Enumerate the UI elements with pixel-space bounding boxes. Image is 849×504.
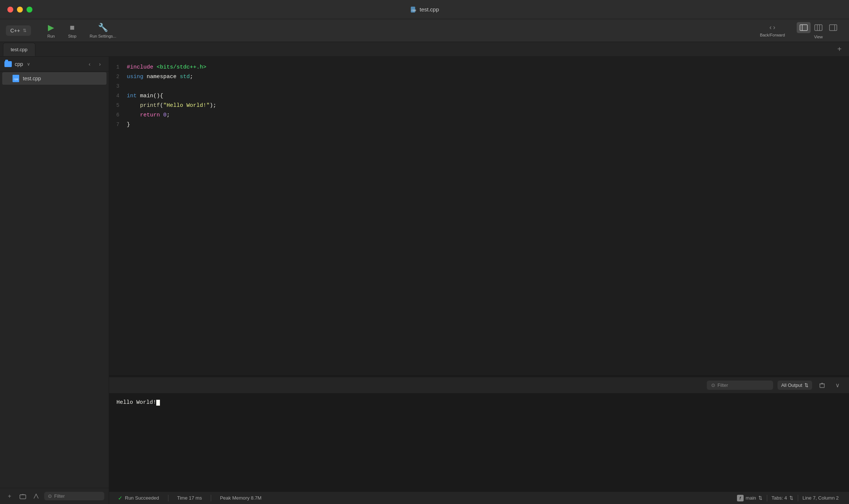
minimize-button[interactable] (17, 7, 23, 13)
run-status-item: ✓ Run Succeeded (115, 495, 162, 501)
traffic-lights (7, 7, 32, 13)
code-content-2: using namespace std; (127, 73, 849, 81)
toolbar-left: C++ ⇅ ▶ Run ■ Stop 🔧 Run Settings... (6, 21, 122, 41)
svg-rect-11 (20, 495, 26, 499)
run-icon: ▶ (48, 23, 54, 32)
code-line-1: 1 #include <bits/stdc++.h> (109, 63, 849, 72)
output-toolbar: ⊙ Filter All Output ⇅ ∨ (109, 377, 849, 393)
line-num-2: 2 (109, 73, 127, 81)
sidebar-expand-button[interactable]: › (95, 60, 104, 69)
settings-icon: 🔧 (98, 23, 108, 32)
memory-label: Peak Memory 8.7M (220, 495, 262, 501)
view-left-panel-button[interactable] (797, 22, 811, 33)
run-success-icon: ✓ (118, 495, 123, 501)
sidebar-header: cpp ∨ ‹ › (0, 57, 109, 71)
close-button[interactable] (7, 7, 13, 13)
add-tab-icon: + (837, 45, 842, 53)
sidebar-bottom: + ⊙ Filter (0, 488, 109, 504)
status-left: ✓ Run Succeeded Time 17 ms Peak Memory 8… (115, 495, 265, 501)
svg-text:cpp: cpp (14, 78, 18, 81)
folder-name: cpp (15, 61, 23, 67)
output-dropdown-chevron-icon: ⇅ (804, 382, 808, 388)
file-name: test.cpp (23, 76, 41, 81)
svg-rect-7 (829, 25, 837, 31)
output-cursor (156, 400, 160, 406)
code-line-3: 3 (109, 82, 849, 91)
line-num-5: 5 (109, 101, 127, 110)
status-right: f main ⇅ Tabs: 4 ⇅ Line 7, Column 2 (733, 495, 843, 501)
tabs-item[interactable]: Tabs: 4 ⇅ (767, 495, 798, 501)
output-text: Hello World! (116, 399, 156, 406)
svg-rect-4 (815, 25, 822, 31)
output-panel: ⊙ Filter All Output ⇅ ∨ (109, 377, 849, 491)
editor-container: 1 #include <bits/stdc++.h> 2 using names… (109, 57, 849, 504)
filter-icon: ⊙ (711, 382, 715, 388)
code-content-3 (127, 82, 849, 91)
memory-item: Peak Memory 8.7M (217, 495, 265, 501)
view-right-panel-button[interactable] (826, 22, 840, 33)
window-title-area: cpp test.cpp (410, 6, 439, 13)
add-file-button[interactable]: + (4, 491, 15, 501)
stop-label: Stop (68, 34, 77, 38)
filter-label: Filter (717, 382, 728, 388)
back-forward-label: Back/Forward (760, 33, 785, 37)
filter-label: Filter (54, 493, 65, 499)
clear-output-button[interactable] (817, 380, 828, 391)
main-area: cpp ∨ ‹ › cpp test.cpp + (0, 57, 849, 504)
tab-test-cpp[interactable]: test.cpp (3, 43, 35, 56)
language-label: C++ (10, 28, 20, 34)
expand-icon: ∨ (835, 382, 840, 389)
run-settings-button[interactable]: 🔧 Run Settings... (84, 21, 122, 41)
language-selector[interactable]: C++ ⇅ (6, 25, 31, 36)
code-content-6: return 0; (127, 111, 849, 120)
output-expand-button[interactable]: ∨ (832, 380, 843, 391)
output-dropdown[interactable]: All Output ⇅ (778, 381, 812, 390)
code-line-5: 5 printf("Hello World!"); (109, 101, 849, 111)
folder-icon (4, 61, 12, 67)
stop-button[interactable]: ■ Stop (62, 21, 83, 41)
titlebar: cpp test.cpp (0, 0, 849, 19)
filter-icon: ⊙ (48, 493, 52, 499)
code-content-4: int main(){ (127, 92, 849, 101)
language-chevron-icon: ⇅ (23, 28, 27, 33)
maximize-button[interactable] (27, 7, 32, 13)
line-num-7: 7 (109, 120, 127, 129)
line-num-6: 6 (109, 111, 127, 120)
back-forward-icon: ‹ › (769, 24, 775, 31)
view-center-button[interactable] (811, 22, 825, 33)
status-divider-1 (168, 495, 168, 501)
code-line-6: 6 return 0; (109, 111, 849, 120)
tabs-label: Tabs: 4 (772, 495, 787, 501)
forward-icon: › (773, 24, 775, 31)
add-folder-button[interactable] (18, 491, 28, 501)
svg-rect-12 (820, 384, 824, 388)
view-label: View (814, 35, 823, 39)
code-line-4: 4 int main(){ (109, 91, 849, 101)
view-button-wrap: View (794, 21, 843, 41)
toolbar-right: ‹ › Back/Forward (754, 21, 843, 41)
code-line-7: 7 } (109, 120, 849, 130)
output-content[interactable]: Hello World! (109, 393, 849, 491)
stop-icon: ■ (70, 23, 74, 32)
file-item-test-cpp[interactable]: cpp test.cpp (2, 72, 106, 85)
code-content-7: } (127, 120, 849, 129)
output-filter-input[interactable]: ⊙ Filter (707, 381, 773, 390)
file-icon: cpp (410, 6, 417, 13)
position-item[interactable]: Line 7, Column 2 (798, 495, 843, 501)
sidebar-filter[interactable]: ⊙ Filter (44, 492, 104, 500)
time-item: Time 17 ms (174, 495, 205, 501)
run-button[interactable]: ▶ Run (41, 21, 60, 41)
function-item[interactable]: f main ⇅ (733, 495, 767, 501)
code-editor[interactable]: 1 #include <bits/stdc++.h> 2 using names… (109, 57, 849, 375)
output-dropdown-label: All Output (781, 382, 802, 388)
sidebar-collapse-button[interactable]: ‹ (85, 60, 94, 69)
code-content-5: printf("Hello World!"); (127, 101, 849, 110)
function-chevron-icon: ⇅ (758, 495, 762, 501)
sidebar-action-button[interactable] (31, 491, 41, 501)
folder-chevron-icon: ∨ (27, 62, 30, 67)
svg-text:cpp: cpp (412, 9, 416, 12)
add-tab-button[interactable]: + (834, 44, 845, 55)
line-num-1: 1 (109, 63, 127, 72)
back-forward-button[interactable]: ‹ › Back/Forward (754, 22, 791, 39)
back-icon: ‹ (769, 24, 772, 31)
